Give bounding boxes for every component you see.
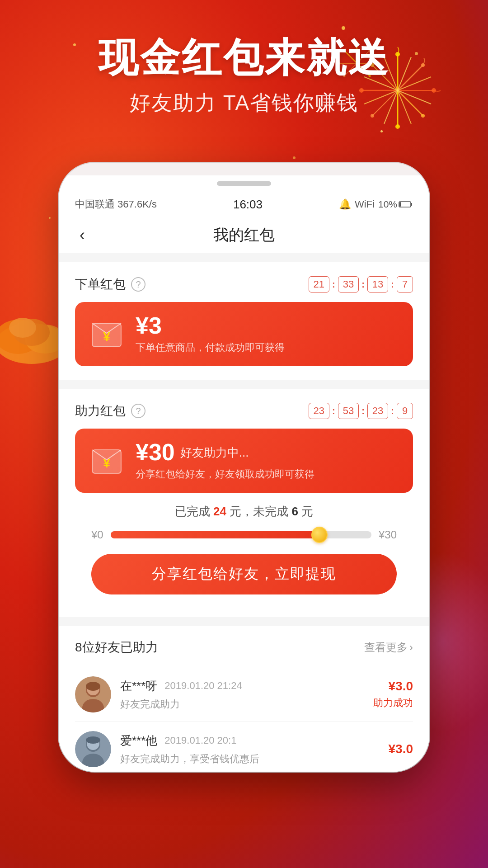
assist-timer-colon-2: : <box>361 406 365 416</box>
battery-percent: 10% <box>378 199 397 210</box>
order-desc: 下单任意商品，付款成功即可获得 <box>136 341 399 354</box>
wifi-icon: 🔔 <box>339 198 351 210</box>
assist-timer-seg-1: 23 <box>309 403 329 419</box>
assist-timer-seg-4: 9 <box>397 403 413 419</box>
friend-row-2: 爱***他 2019.01.20 20:1 好友完成助力，享受省钱优惠后 ¥3.… <box>75 722 413 772</box>
order-card-title: 下单红包 <box>75 276 126 293</box>
timer-colon-3: : <box>391 279 394 290</box>
assist-envelope-content: ¥30 好友助力中... 分享红包给好友，好友领取成功即可获得 <box>136 440 399 481</box>
friend-name-row-1: 在***呀 2019.01.20 21:24 <box>120 678 364 694</box>
progress-label-suffix: 元 <box>298 505 313 518</box>
friend-avatar-2 <box>75 731 111 767</box>
order-envelope-content: ¥3 下单任意商品，付款成功即可获得 <box>136 314 399 354</box>
avatar-svg-2 <box>75 731 111 767</box>
battery-indicator: 10% <box>378 199 413 210</box>
order-envelope-banner: ¥ ¥3 下单任意商品，付款成功即可获得 <box>75 302 413 366</box>
order-amount: ¥3 <box>136 314 399 337</box>
timer-colon-2: : <box>361 279 365 290</box>
order-envelope-icon: ¥ <box>89 316 125 352</box>
phone-frame: 中国联通 367.6K/s 16:03 🔔 WiFi 10% ‹ 我的红包 <box>59 163 429 772</box>
header-section: 现金红包来就送 好友助力 TA省钱你赚钱 <box>0 36 488 117</box>
battery-icon <box>399 201 413 208</box>
friend-action-1: 好友完成助力 <box>120 698 364 711</box>
assist-desc: 分享红包给好友，好友领取成功即可获得 <box>136 467 399 481</box>
progress-end-label: ¥30 <box>379 528 397 541</box>
order-help-icon[interactable]: ? <box>131 277 145 292</box>
progress-bar-inner <box>111 531 319 538</box>
phone-content: 下单红包 ? 21 : 33 : 13 : 7 <box>59 253 429 772</box>
chevron-right-icon: › <box>409 641 413 654</box>
svg-text:¥: ¥ <box>103 330 110 344</box>
friends-section: 8位好友已助力 查看更多 › <box>59 626 429 772</box>
phone-top-bar <box>59 175 429 192</box>
signal-icon: WiFi <box>355 198 375 210</box>
assist-timer-seg-3: 23 <box>367 403 388 419</box>
friend-time-1: 2019.01.20 21:24 <box>164 680 242 692</box>
assist-amount-row: ¥30 好友助力中... <box>136 440 399 464</box>
assist-card-title: 助力红包 <box>75 402 126 420</box>
progress-done: 24 <box>213 505 226 518</box>
phone-speaker <box>217 181 271 186</box>
svg-point-42 <box>9 318 36 338</box>
progress-start-label: ¥0 <box>91 528 103 541</box>
share-button[interactable]: 分享红包给好友，立即提现 <box>91 554 397 594</box>
progress-bar-row: ¥0 ¥30 <box>91 528 397 541</box>
assist-card-header: 助力红包 ? 23 : 53 : 23 : 9 <box>75 402 413 420</box>
svg-rect-45 <box>399 202 401 207</box>
friend-name-row-2: 爱***他 2019.01.20 20:1 <box>120 733 380 749</box>
assist-timer-colon-1: : <box>332 406 335 416</box>
assist-card: 助力红包 ? 23 : 53 : 23 : 9 <box>59 389 429 617</box>
svg-text:¥: ¥ <box>103 456 110 470</box>
carrier-text: 中国联通 367.6K/s <box>75 198 157 211</box>
assist-amount: ¥30 <box>136 440 175 464</box>
assist-timer-colon-3: : <box>391 406 394 416</box>
friend-amount-col-1: ¥3.0 助力成功 <box>373 679 413 710</box>
svg-point-61 <box>86 736 100 744</box>
svg-point-20 <box>395 124 400 129</box>
sub-title: 好友助力 TA省钱你赚钱 <box>0 89 488 117</box>
friend-action-2: 好友完成助力，享受省钱优惠后 <box>120 752 380 766</box>
time-text: 16:03 <box>233 198 263 212</box>
progress-section: 已完成 24 元，未完成 6 元 ¥0 ¥30 <box>75 493 413 541</box>
nav-bar: ‹ 我的红包 <box>59 217 429 253</box>
timer-seg-3: 13 <box>367 276 388 292</box>
share-button-text: 分享红包给好友，立即提现 <box>152 564 336 584</box>
friends-header: 8位好友已助力 查看更多 › <box>75 639 413 656</box>
phone-mockup: 中国联通 367.6K/s 16:03 🔔 WiFi 10% ‹ 我的红包 <box>59 163 429 772</box>
progress-label-unit: 元，未完成 <box>226 505 291 518</box>
order-card-header: 下单红包 ? 21 : 33 : 13 : 7 <box>75 276 413 293</box>
friend-amount-col-2: ¥3.0 <box>389 742 413 756</box>
assist-envelope-icon: ¥ <box>89 443 125 479</box>
timer-colon-1: : <box>332 279 335 290</box>
progress-label: 已完成 24 元，未完成 6 元 <box>91 504 397 519</box>
main-title: 现金红包来就送 <box>0 36 488 80</box>
assist-card-title-row: 助力红包 ? <box>75 402 145 420</box>
assist-helping-text: 好友助力中... <box>180 445 249 461</box>
assist-help-icon[interactable]: ? <box>131 404 145 418</box>
friend-name-2: 爱***他 <box>120 733 157 749</box>
order-timer: 21 : 33 : 13 : 7 <box>309 276 413 292</box>
friends-title: 8位好友已助力 <box>75 639 158 656</box>
progress-todo: 6 <box>291 505 298 518</box>
friend-amount-1: ¥3.0 <box>373 679 413 693</box>
progress-label-prefix: 已完成 <box>175 505 213 518</box>
friend-time-2: 2019.01.20 20:1 <box>164 735 236 746</box>
friend-name-1: 在***呀 <box>120 678 157 694</box>
timer-seg-4: 7 <box>397 276 413 292</box>
friend-avatar-1 <box>75 676 111 712</box>
order-card: 下单红包 ? 21 : 33 : 13 : 7 <box>59 262 429 380</box>
order-card-title-row: 下单红包 ? <box>75 276 145 293</box>
progress-coin-icon <box>311 527 328 543</box>
status-right: 🔔 WiFi 10% <box>339 198 413 210</box>
avatar-svg-1 <box>75 676 111 712</box>
back-button[interactable]: ‹ <box>75 221 89 249</box>
friends-more-button[interactable]: 查看更多 › <box>364 640 413 655</box>
friend-amount-2: ¥3.0 <box>389 742 413 756</box>
friends-more-label: 查看更多 <box>364 640 408 655</box>
assist-timer: 23 : 53 : 23 : 9 <box>309 403 413 419</box>
page-title: 我的红包 <box>213 225 275 245</box>
friend-info-1: 在***呀 2019.01.20 21:24 好友完成助力 <box>120 678 364 711</box>
friend-info-2: 爱***他 2019.01.20 20:1 好友完成助力，享受省钱优惠后 <box>120 733 380 766</box>
progress-bar-outer <box>111 531 371 538</box>
friend-status-1: 助力成功 <box>373 696 413 710</box>
